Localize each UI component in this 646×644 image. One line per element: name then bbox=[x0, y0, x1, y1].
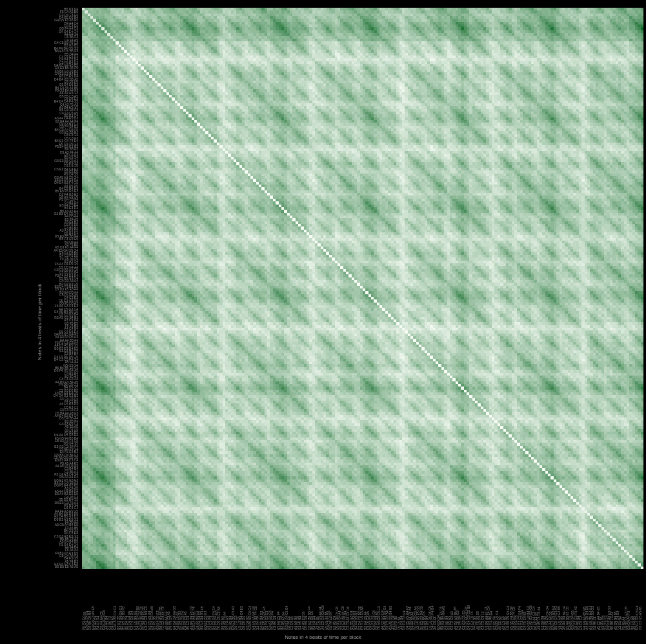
y-tick: D5 D5 E5 A5 A5 bbox=[6, 565, 81, 568]
heatmap-canvas bbox=[82, 8, 643, 569]
x-tick: D5 D5 E5 A5 A5 bbox=[638, 607, 642, 630]
x-axis-label: Notes in 4 beats of time per block bbox=[0, 634, 646, 640]
x-axis-ticks: B5 D3 D4F5 C4 A5 B5G3 D4 F3 E4D4 B5 D5 B… bbox=[82, 570, 643, 630]
y-axis-ticks: B5 D3 D4F5 C4 A5 B5G3 D4 F3 E4D4 B5 D5 B… bbox=[6, 8, 81, 569]
heatmap-figure: Notes in 4 beats of time per block B5 D3… bbox=[0, 0, 646, 644]
